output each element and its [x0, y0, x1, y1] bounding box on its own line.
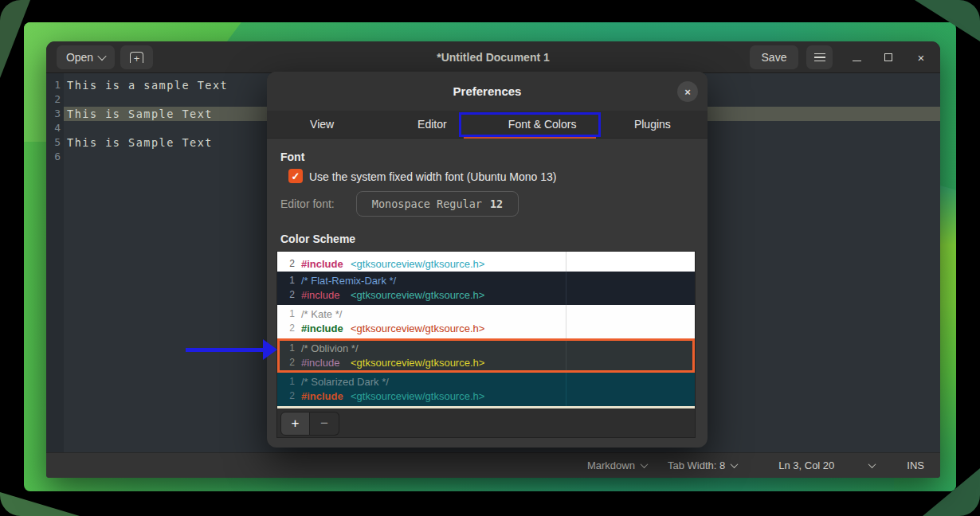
preview-header-path: <gtksourceview/gtksource.h> [351, 257, 484, 271]
tab-width-selector[interactable]: Tab Width: 8 [668, 459, 737, 471]
font-section-heading: Font [280, 150, 304, 163]
cursor-position-label: Ln 3, Col 20 [778, 459, 834, 471]
right-margin-line [566, 305, 566, 338]
tab-label: Plugins [634, 118, 671, 131]
tab-width-label: Tab Width: 8 [668, 459, 725, 471]
editor-font-button[interactable]: Monospace Regular 12 [356, 191, 519, 217]
line-number: 3 [46, 107, 61, 121]
scheme-list-toolbar: + − [276, 409, 696, 438]
header-bar: Open + *Untitled Document 1 Save × [46, 41, 940, 73]
chevron-down-icon [731, 460, 739, 468]
menu-button[interactable] [806, 45, 833, 69]
desktop-screen: Open + *Untitled Document 1 Save × [0, 0, 980, 516]
open-button-label: Open [66, 51, 93, 64]
preview-comment: /* Solarized Dark */ [301, 375, 389, 389]
check-icon: ✓ [292, 170, 300, 182]
dialog-close-button[interactable]: × [677, 81, 698, 102]
preview-include: #include [301, 288, 339, 302]
active-tab-underline [464, 137, 596, 139]
preview-header-path: <gtksourceview/gtksource.h> [351, 389, 484, 403]
insert-mode-indicator[interactable]: INS [907, 459, 924, 471]
cursor-position[interactable]: Ln 3, Col 20 [778, 459, 834, 471]
preview-include: #include [301, 257, 343, 271]
minus-icon: − [320, 416, 328, 432]
preview-comment: /* Oblivion */ [301, 342, 359, 355]
chevron-down-icon [868, 460, 876, 468]
preview-include: #include [301, 389, 343, 403]
preview-header-path: <gtksourceview/gtksource.h> [351, 288, 484, 302]
line-number: 4 [46, 121, 61, 135]
add-scheme-button[interactable]: + [280, 412, 310, 436]
preview-line-number: 1 [277, 274, 295, 287]
preview-comment: /* Flat-Remix-Dark */ [301, 274, 396, 287]
save-button[interactable]: Save [750, 45, 798, 69]
system-font-checkbox[interactable]: ✓ [288, 169, 303, 183]
scheme-row-kate[interactable]: 1 2 /* Kate */ #include <gtksourceview/g… [277, 305, 695, 338]
open-button[interactable]: Open [57, 45, 115, 69]
editor-line: This is Sample Text [67, 135, 213, 150]
dialog-title: Preferences [453, 84, 522, 98]
scheme-row-partial-top[interactable]: 2 #include <gtksourceview/gtksource.h> [277, 252, 695, 272]
insert-mode-label: INS [907, 459, 924, 471]
preview-line-number: 2 [277, 356, 295, 369]
editor-line: This is a sample Text [67, 78, 228, 92]
right-margin-line [566, 373, 566, 406]
new-tab-button[interactable]: + [120, 45, 153, 69]
status-bar: Markdown Tab Width: 8 Ln 3, Col 20 INS [46, 452, 940, 478]
line-number: 2 [46, 92, 61, 107]
language-selector[interactable]: Markdown [587, 459, 647, 471]
close-icon: × [684, 86, 691, 98]
right-margin-line [566, 272, 566, 305]
preview-include: #include [301, 322, 343, 335]
preview-include: #include [301, 356, 339, 369]
minimize-button[interactable] [846, 48, 867, 67]
line-number-gutter: 1 2 3 4 5 6 [46, 73, 64, 452]
hamburger-icon [814, 53, 825, 61]
tab-plugins[interactable]: Plugins [598, 111, 708, 138]
scheme-row-oblivion-selected[interactable]: 1 2 /* Oblivion */ #include <gtksourcevi… [277, 338, 695, 373]
remove-scheme-button[interactable]: − [310, 412, 339, 436]
save-button-label: Save [762, 51, 787, 64]
color-scheme-list: 2 #include <gtksourceview/gtksource.h> 1… [276, 251, 696, 409]
annotation-highlight-box [459, 112, 601, 137]
annotation-arrow-head [263, 339, 277, 360]
editor-line: This is Sample Text [67, 107, 213, 121]
line-number: 6 [46, 150, 61, 164]
right-margin-line [566, 341, 566, 370]
preview-line-number: 2 [277, 257, 295, 271]
font-size: 12 [490, 197, 503, 210]
annotation-arrow-line [186, 348, 265, 352]
scheme-row-solarized-dark[interactable]: 1 2 /* Solarized Dark */ #include <gtkso… [277, 373, 695, 406]
dialog-header: Preferences × [267, 72, 708, 111]
preview-line-number: 2 [277, 288, 295, 302]
close-button[interactable]: × [911, 48, 931, 67]
preview-line-number: 1 [277, 375, 295, 389]
color-scheme-heading: Color Scheme [280, 233, 355, 245]
maximize-icon [884, 53, 892, 61]
chevron-down-icon [641, 460, 649, 468]
new-tab-icon: + [130, 52, 143, 63]
right-margin-line [566, 252, 566, 272]
preview-line-number: 1 [277, 307, 295, 321]
tab-label: View [310, 118, 334, 131]
preview-comment: /* Kate */ [301, 307, 342, 321]
tab-label: Editor [417, 118, 447, 131]
preview-header-path: <gtksourceview/gtksource.h> [351, 356, 484, 369]
system-font-checkbox-label[interactable]: Use the system fixed width font (Ubuntu … [309, 170, 556, 183]
close-icon: × [918, 51, 925, 64]
tab-view[interactable]: View [267, 111, 377, 138]
line-number: 5 [46, 135, 61, 150]
editor-font-label: Editor font: [280, 197, 335, 210]
preferences-dialog: Preferences × View Editor Font & Colors … [267, 72, 708, 448]
language-label: Markdown [587, 459, 635, 471]
preview-header-path: <gtksourceview/gtksource.h> [351, 322, 484, 335]
maximize-button[interactable] [878, 48, 899, 67]
line-number: 1 [46, 78, 61, 92]
scheme-row-flat-remix-dark[interactable]: 1 2 /* Flat-Remix-Dark */ #include <gtks… [277, 272, 695, 305]
preview-line-number: 2 [277, 389, 295, 403]
plus-icon: + [292, 416, 300, 432]
preview-line-number: 1 [277, 342, 295, 355]
goto-line-dropdown[interactable] [869, 463, 875, 468]
chevron-down-icon [97, 52, 106, 61]
preview-line-number: 2 [277, 322, 295, 335]
